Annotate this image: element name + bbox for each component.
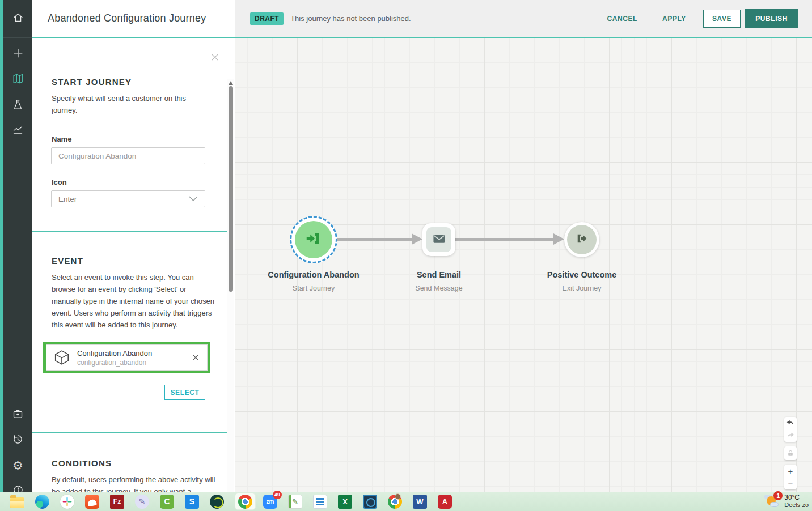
gear-icon: ⚙: [12, 459, 23, 472]
cloud-icon: [770, 502, 779, 507]
email-node-tile: [426, 227, 451, 252]
icon-label: Icon: [52, 178, 67, 186]
acrobat-icon[interactable]: A: [438, 495, 452, 509]
chrome-active-slot[interactable]: [235, 493, 256, 510]
name-input[interactable]: [51, 147, 205, 164]
sidebar-item-analytics[interactable]: [3, 118, 32, 143]
map-icon: [12, 73, 24, 87]
sidebar-item-journeys[interactable]: [3, 67, 32, 92]
start-journey-section: START JOURNEY Specify what will send a c…: [52, 77, 210, 116]
chevron-down-icon: [189, 195, 198, 203]
history-icon: [12, 433, 24, 448]
camtasia-glyph: C: [164, 497, 170, 506]
node-subtitle: Send Message: [415, 284, 462, 292]
pencil-icon: ✎: [292, 497, 298, 506]
envelope-icon: [433, 232, 446, 248]
panel-close-icon[interactable]: [210, 53, 219, 62]
start-journey-title: START JOURNEY: [52, 77, 210, 87]
select-event-button[interactable]: SELECT: [164, 385, 205, 400]
camtasia-icon[interactable]: C: [160, 495, 174, 509]
sidebar-item-lab[interactable]: [3, 93, 32, 118]
sidebar-item-home[interactable]: [3, 6, 32, 31]
save-button[interactable]: SAVE: [703, 10, 741, 28]
page-title: Abandoned Configuration Journey: [48, 12, 206, 24]
section-divider: [32, 432, 227, 433]
flask-icon: [12, 99, 24, 113]
chrome-icon[interactable]: [238, 495, 252, 509]
status-message: This journey has not been published.: [290, 14, 411, 23]
sidebar-item-add[interactable]: [3, 42, 32, 67]
weather-condition-label: Deels zo: [784, 501, 809, 508]
panel-scrollbar[interactable]: [227, 79, 234, 492]
excel-icon[interactable]: X: [338, 495, 352, 509]
dark-swirl-app-icon[interactable]: [210, 495, 224, 509]
publish-button[interactable]: PUBLISH: [745, 9, 798, 28]
zoom-control: + −: [784, 465, 797, 489]
slack-icon[interactable]: [60, 495, 74, 509]
journey-canvas[interactable]: Configuration Abandon Start Journey Send…: [235, 37, 812, 492]
weather-icon: 1: [764, 493, 781, 509]
undo-button[interactable]: [785, 418, 796, 428]
icon-select[interactable]: Enter: [51, 190, 205, 207]
word-icon[interactable]: W: [413, 495, 427, 509]
sidebar-item-settings[interactable]: ⚙: [3, 453, 32, 478]
zoom-in-button[interactable]: +: [785, 466, 796, 476]
home-icon: [12, 11, 24, 26]
edge-browser-icon[interactable]: [35, 495, 49, 509]
notepad-app-icon[interactable]: [313, 495, 327, 509]
topbar: DRAFT This journey has not been publishe…: [235, 0, 812, 37]
node-positive-outcome[interactable]: [564, 222, 599, 257]
line-chart-icon: [12, 124, 24, 138]
zoom-app-icon[interactable]: zm 49: [263, 495, 277, 509]
event-highlight-box: Configuration Abandon configuration_aban…: [43, 342, 210, 373]
status-badge: DRAFT: [250, 12, 284, 25]
sidebar-item-history[interactable]: [3, 428, 32, 453]
conditions-section: CONDITIONS By default, users performing …: [52, 458, 216, 492]
filezilla-icon[interactable]: Fz: [110, 495, 124, 509]
event-description: Select an event to invoke this step. You…: [52, 271, 216, 331]
zoom-out-button[interactable]: −: [785, 478, 796, 488]
node-subtitle: Exit Journey: [563, 284, 602, 292]
sidebar-item-toolbox[interactable]: [3, 402, 32, 427]
connector-line: [455, 238, 554, 241]
chat-notes-icon[interactable]: ✎: [135, 495, 149, 509]
weather-widget[interactable]: 1 30°C Deels zo: [764, 493, 809, 509]
node-send-email[interactable]: [422, 223, 455, 256]
file-explorer-icon[interactable]: [10, 497, 24, 508]
pencil-icon: ✎: [139, 497, 146, 506]
notes-pencil-app-icon[interactable]: ✎: [288, 495, 302, 509]
clear-event-icon[interactable]: [191, 353, 200, 362]
snagit-icon[interactable]: [363, 495, 377, 509]
exit-journey-icon: [574, 231, 590, 249]
weather-notification-badge: 1: [773, 491, 783, 500]
word-glyph: W: [416, 497, 423, 506]
node-title: Send Email: [417, 270, 461, 279]
weather-text: 30°C Deels zo: [784, 493, 809, 508]
topbar-actions: CANCEL APPLY SAVE PUBLISH: [599, 9, 812, 28]
connector-arrowhead: [553, 233, 564, 245]
cancel-button[interactable]: CANCEL: [599, 10, 645, 28]
s-app-glyph: S: [189, 497, 194, 506]
selected-event-name: Configuration Abandon: [77, 349, 152, 357]
apply-button[interactable]: APPLY: [654, 10, 694, 28]
redo-button[interactable]: [785, 431, 796, 441]
event-section: EVENT Select an event to invoke this ste…: [52, 256, 216, 331]
scrollbar-thumb[interactable]: [229, 86, 233, 292]
node-title: Positive Outcome: [547, 270, 616, 279]
temperature-label: 30°C: [784, 493, 809, 501]
step-config-panel: START JOURNEY Specify what will send a c…: [32, 37, 235, 492]
selected-event-internal-name: configuration_abandon: [77, 359, 152, 367]
hand-app-icon[interactable]: [85, 495, 99, 509]
node-start-journey[interactable]: [290, 216, 337, 263]
event-meta: Configuration Abandon configuration_aban…: [77, 349, 152, 367]
scrollbar-up-arrow[interactable]: [229, 81, 233, 85]
undo-redo-control: [784, 417, 797, 442]
node-subtitle: Start Journey: [293, 284, 335, 292]
briefcase-plus-icon: [12, 408, 24, 422]
chrome-secondary-icon[interactable]: [388, 495, 402, 509]
lock-button[interactable]: [785, 448, 796, 458]
app-sidebar: ⚙: [0, 0, 32, 511]
lock-control: [784, 446, 797, 460]
s-app-icon[interactable]: S: [185, 495, 199, 509]
plus-icon: [12, 47, 24, 62]
